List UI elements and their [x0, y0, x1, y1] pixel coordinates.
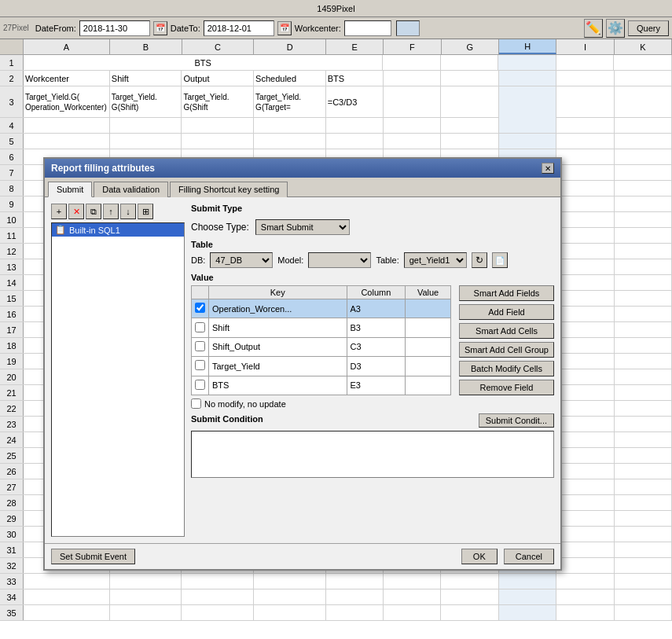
add-sql-button[interactable]: +	[51, 204, 67, 219]
cell-d2[interactable]: Scheduled	[254, 71, 326, 86]
row-check-5[interactable]	[192, 376, 209, 395]
cell-c35[interactable]	[182, 605, 254, 620]
cell-i7[interactable]	[556, 165, 614, 180]
table-row[interactable]: BTS E3	[192, 376, 451, 395]
cell-a33[interactable]	[24, 574, 110, 589]
cell-k35[interactable]	[615, 605, 672, 620]
cell-e5[interactable]	[326, 134, 384, 149]
ok-button[interactable]: OK	[461, 549, 498, 564]
cell-i28[interactable]	[556, 495, 614, 510]
cell-k21[interactable]	[615, 385, 672, 400]
cell-h2[interactable]	[499, 71, 556, 86]
cell-h3[interactable]	[499, 86, 556, 118]
cell-i2[interactable]	[556, 71, 614, 86]
batch-modify-cells-button[interactable]: Batch Modify Cells	[459, 361, 554, 376]
model-select[interactable]	[308, 252, 371, 268]
cell-i34[interactable]	[556, 589, 614, 604]
cell-k5[interactable]	[615, 134, 672, 149]
cell-k17[interactable]	[615, 322, 672, 337]
cell-i6[interactable]	[556, 149, 614, 164]
table-row[interactable]: Shift_Output C3	[192, 337, 451, 356]
cell-c3[interactable]: Target_Yield.G(Shift	[182, 86, 254, 118]
cell-k3[interactable]	[615, 86, 672, 118]
cell-b2[interactable]: Shift	[110, 71, 182, 86]
tab-submit[interactable]: Submit	[48, 182, 92, 197]
cell-g4[interactable]	[441, 118, 498, 133]
cell-f34[interactable]	[384, 589, 441, 604]
cell-b33[interactable]	[110, 574, 182, 589]
cell-i21[interactable]	[556, 385, 614, 400]
cell-g2[interactable]	[441, 71, 498, 86]
cell-i15[interactable]	[556, 291, 614, 306]
move-up-button[interactable]: ↑	[103, 204, 119, 219]
row-check-4[interactable]	[192, 357, 209, 376]
cell-i23[interactable]	[556, 417, 614, 432]
cell-i3[interactable]	[556, 86, 614, 118]
refresh-button[interactable]: ↻	[472, 252, 487, 268]
cell-i12[interactable]	[556, 244, 614, 259]
cell-i19[interactable]	[556, 354, 614, 369]
cell-i20[interactable]	[556, 369, 614, 384]
cell-i35[interactable]	[556, 605, 614, 620]
sql-list-item[interactable]: 📋 Built-in SQL1	[52, 223, 184, 237]
cell-d5[interactable]	[254, 134, 326, 149]
cell-k14[interactable]	[615, 275, 672, 290]
cell-a3[interactable]: Target_Yield.G(Operation_Workcenter)	[24, 86, 110, 118]
cell-b34[interactable]	[110, 589, 182, 604]
export-button[interactable]: 📄	[492, 252, 508, 268]
cell-b4[interactable]	[110, 118, 182, 133]
cell-k9[interactable]	[615, 196, 672, 211]
cell-b3[interactable]: Target_Yield.G(Shift)	[110, 86, 182, 118]
no-modify-checkbox[interactable]	[191, 398, 201, 409]
cell-k12[interactable]	[615, 244, 672, 259]
cell-g5[interactable]	[441, 134, 498, 149]
cell-h5[interactable]	[499, 134, 556, 149]
cell-g1[interactable]	[441, 55, 499, 70]
cell-g34[interactable]	[441, 589, 498, 604]
cell-e2[interactable]: BTS	[326, 71, 384, 86]
cell-i29[interactable]	[556, 511, 614, 526]
cell-g33[interactable]	[441, 574, 498, 589]
cell-i17[interactable]	[556, 322, 614, 337]
cell-i5[interactable]	[556, 134, 614, 149]
cell-g3[interactable]	[441, 86, 498, 118]
cell-h33[interactable]	[499, 574, 556, 589]
smart-add-cell-group-button[interactable]: Smart Add Cell Group	[459, 342, 554, 358]
query-button[interactable]: Query	[628, 20, 669, 36]
cell-k29[interactable]	[615, 511, 672, 526]
cell-i22[interactable]	[556, 401, 614, 416]
edit-icon-button[interactable]: ✏️	[584, 19, 603, 38]
cell-a4[interactable]	[24, 118, 110, 133]
cell-c2[interactable]: Output	[182, 71, 254, 86]
date-from-calendar-button[interactable]: 📅	[153, 21, 167, 35]
cell-k18[interactable]	[615, 338, 672, 353]
cell-i10[interactable]	[556, 212, 614, 227]
cell-i9[interactable]	[556, 196, 614, 211]
cell-k20[interactable]	[615, 369, 672, 384]
cell-a35[interactable]	[24, 605, 110, 620]
cell-i8[interactable]	[556, 181, 614, 196]
cell-k32[interactable]	[615, 558, 672, 573]
remove-field-button[interactable]: Remove Field	[459, 380, 554, 395]
cell-i27[interactable]	[556, 479, 614, 494]
cell-h35[interactable]	[499, 605, 556, 620]
cell-k25[interactable]	[615, 448, 672, 463]
cell-a2[interactable]: Workcenter	[24, 71, 110, 86]
smart-add-fields-button[interactable]: Smart Add Fields	[459, 285, 554, 301]
cell-i31[interactable]	[556, 542, 614, 557]
cell-a5[interactable]	[24, 134, 110, 149]
cell-i30[interactable]	[556, 527, 614, 542]
cell-f3[interactable]	[384, 86, 441, 118]
cell-k8[interactable]	[615, 181, 672, 196]
settings-icon-button[interactable]: ⚙️	[606, 19, 625, 38]
cell-k31[interactable]	[615, 542, 672, 557]
cell-k28[interactable]	[615, 495, 672, 510]
move-down-button[interactable]: ↓	[120, 204, 136, 219]
cell-k33[interactable]	[615, 574, 672, 589]
grid-view-button[interactable]: ⊞	[138, 204, 153, 219]
cell-i11[interactable]	[556, 228, 614, 243]
row-check-3[interactable]	[192, 337, 209, 356]
remove-sql-button[interactable]: ✕	[68, 204, 84, 219]
add-field-button[interactable]: Add Field	[459, 304, 554, 320]
table-row[interactable]: Target_Yield D3	[192, 357, 451, 376]
